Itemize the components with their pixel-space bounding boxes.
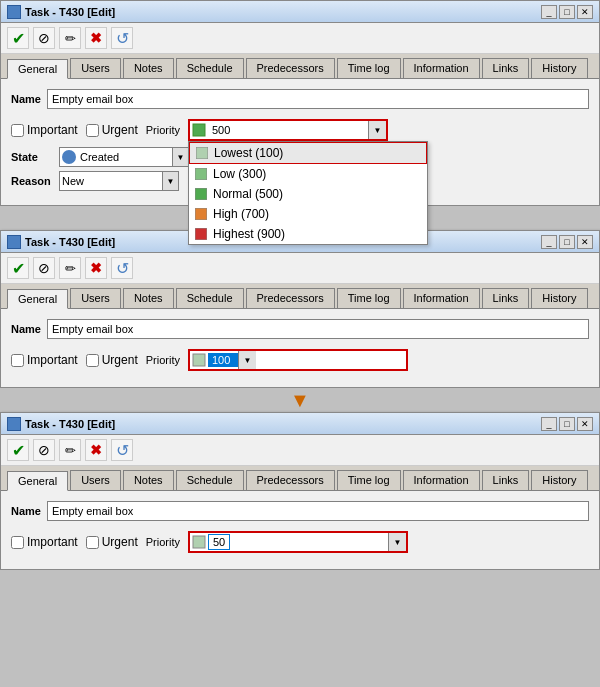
tab-users-2[interactable]: Users <box>70 288 121 308</box>
priority-arrow-1[interactable]: ▼ <box>368 121 386 139</box>
tab-bar-1: General Users Notes Schedule Predecessor… <box>1 54 599 79</box>
tab-information-1[interactable]: Information <box>403 58 480 78</box>
name-row-3: Name <box>11 501 589 521</box>
tab-notes-2[interactable]: Notes <box>123 288 174 308</box>
cancel-button-3[interactable]: ⊘ <box>33 439 55 461</box>
priority-dropdown-1[interactable]: 500 ▼ <box>188 119 388 141</box>
refresh-button-1[interactable]: ↺ <box>111 27 133 49</box>
svg-rect-4 <box>195 208 207 220</box>
refresh-button-3[interactable]: ↺ <box>111 439 133 461</box>
tab-general-3[interactable]: General <box>7 471 68 491</box>
save-button-3[interactable]: ✔ <box>7 439 29 461</box>
priority-value-3[interactable]: 50 <box>208 534 230 550</box>
minimize-button-1[interactable]: _ <box>541 5 557 19</box>
edit-button-3[interactable]: ✏ <box>59 439 81 461</box>
checkboxes-row-1: Important Urgent Priority 500 ▼ <box>11 119 589 141</box>
priority-option-lowest[interactable]: Lowest (100) <box>189 142 427 164</box>
toolbar-1: ✔ ⊘ ✏ ✖ ↺ <box>1 23 599 54</box>
delete-button-2[interactable]: ✖ <box>85 257 107 279</box>
close-button-2[interactable]: ✕ <box>577 235 593 249</box>
tab-users-1[interactable]: Users <box>70 58 121 78</box>
reason-select-1[interactable]: New ▼ <box>59 171 179 191</box>
important-checkbox-3[interactable]: Important <box>11 535 78 549</box>
title-bar-controls-2: _ □ ✕ <box>541 235 593 249</box>
tab-schedule-2[interactable]: Schedule <box>176 288 244 308</box>
tab-links-3[interactable]: Links <box>482 470 530 490</box>
urgent-checkbox-2[interactable]: Urgent <box>86 353 138 367</box>
edit-button-1[interactable]: ✏ <box>59 27 81 49</box>
delete-button-3[interactable]: ✖ <box>85 439 107 461</box>
close-button-3[interactable]: ✕ <box>577 417 593 431</box>
checkboxes-row-3: Important Urgent Priority 50 ▼ <box>11 531 589 553</box>
minimize-button-2[interactable]: _ <box>541 235 557 249</box>
priority-wrapper-2: 100 ▼ <box>188 349 408 371</box>
priority-value-2[interactable]: 100 <box>208 353 238 367</box>
tab-history-3[interactable]: History <box>531 470 587 490</box>
title-bar-3: Task - T430 [Edit] _ □ ✕ <box>1 413 599 435</box>
title-bar-left-1: Task - T430 [Edit] <box>7 5 115 19</box>
name-label-3: Name <box>11 505 41 517</box>
priority-field-3[interactable]: 50 ▼ <box>188 531 408 553</box>
state-select-1[interactable]: Created ▼ <box>59 147 189 167</box>
svg-rect-5 <box>195 228 207 240</box>
maximize-button-1[interactable]: □ <box>559 5 575 19</box>
tab-schedule-3[interactable]: Schedule <box>176 470 244 490</box>
maximize-button-2[interactable]: □ <box>559 235 575 249</box>
cancel-button-1[interactable]: ⊘ <box>33 27 55 49</box>
low-icon <box>195 168 207 180</box>
name-input-2[interactable] <box>47 319 589 339</box>
name-input-3[interactable] <box>47 501 589 521</box>
tab-history-1[interactable]: History <box>531 58 587 78</box>
tab-information-2[interactable]: Information <box>403 288 480 308</box>
tab-timelog-2[interactable]: Time log <box>337 288 401 308</box>
priority-option-highest[interactable]: Highest (900) <box>189 224 427 244</box>
tab-predecessors-3[interactable]: Predecessors <box>246 470 335 490</box>
tab-timelog-1[interactable]: Time log <box>337 58 401 78</box>
tab-notes-3[interactable]: Notes <box>123 470 174 490</box>
important-checkbox-1[interactable]: Important <box>11 123 78 137</box>
close-button-1[interactable]: ✕ <box>577 5 593 19</box>
tab-general-2[interactable]: General <box>7 289 68 309</box>
name-row-1: Name <box>11 89 589 109</box>
tab-predecessors-2[interactable]: Predecessors <box>246 288 335 308</box>
tab-timelog-3[interactable]: Time log <box>337 470 401 490</box>
minimize-button-3[interactable]: _ <box>541 417 557 431</box>
edit-button-2[interactable]: ✏ <box>59 257 81 279</box>
state-arrow-1[interactable]: ▼ <box>172 148 188 166</box>
tab-history-2[interactable]: History <box>531 288 587 308</box>
tab-information-3[interactable]: Information <box>403 470 480 490</box>
priority-option-low[interactable]: Low (300) <box>189 164 427 184</box>
priority-option-high[interactable]: High (700) <box>189 204 427 224</box>
urgent-checkbox-1[interactable]: Urgent <box>86 123 138 137</box>
tab-predecessors-1[interactable]: Predecessors <box>246 58 335 78</box>
tab-users-3[interactable]: Users <box>70 470 121 490</box>
maximize-button-3[interactable]: □ <box>559 417 575 431</box>
delete-button-1[interactable]: ✖ <box>85 27 107 49</box>
priority-field-2[interactable]: 100 ▼ <box>188 349 408 371</box>
priority-arrow-2[interactable]: ▼ <box>238 351 256 369</box>
tab-links-1[interactable]: Links <box>482 58 530 78</box>
tab-general-1[interactable]: General <box>7 59 68 79</box>
name-input-1[interactable] <box>47 89 589 109</box>
cancel-button-2[interactable]: ⊘ <box>33 257 55 279</box>
app-icon-2 <box>7 235 21 249</box>
svg-rect-7 <box>193 536 205 548</box>
tab-links-2[interactable]: Links <box>482 288 530 308</box>
reason-arrow-1[interactable]: ▼ <box>162 172 178 190</box>
content-3: Name Important Urgent Priority 50 <box>1 491 599 569</box>
title-bar-left-3: Task - T430 [Edit] <box>7 417 115 431</box>
refresh-button-2[interactable]: ↺ <box>111 257 133 279</box>
tab-notes-1[interactable]: Notes <box>123 58 174 78</box>
svg-rect-0 <box>193 124 205 136</box>
window-1: Task - T430 [Edit] _ □ ✕ ✔ ⊘ ✏ ✖ ↺ Gener… <box>0 0 600 206</box>
tab-schedule-1[interactable]: Schedule <box>176 58 244 78</box>
name-label-2: Name <box>11 323 41 335</box>
save-button-2[interactable]: ✔ <box>7 257 29 279</box>
priority-option-normal[interactable]: Normal (500) <box>189 184 427 204</box>
priority-arrow-3[interactable]: ▼ <box>388 533 406 551</box>
window-2: Task - T430 [Edit] _ □ ✕ ✔ ⊘ ✏ ✖ ↺ Gener… <box>0 230 600 388</box>
urgent-checkbox-3[interactable]: Urgent <box>86 535 138 549</box>
save-button-1[interactable]: ✔ <box>7 27 29 49</box>
important-checkbox-2[interactable]: Important <box>11 353 78 367</box>
app-icon-1 <box>7 5 21 19</box>
